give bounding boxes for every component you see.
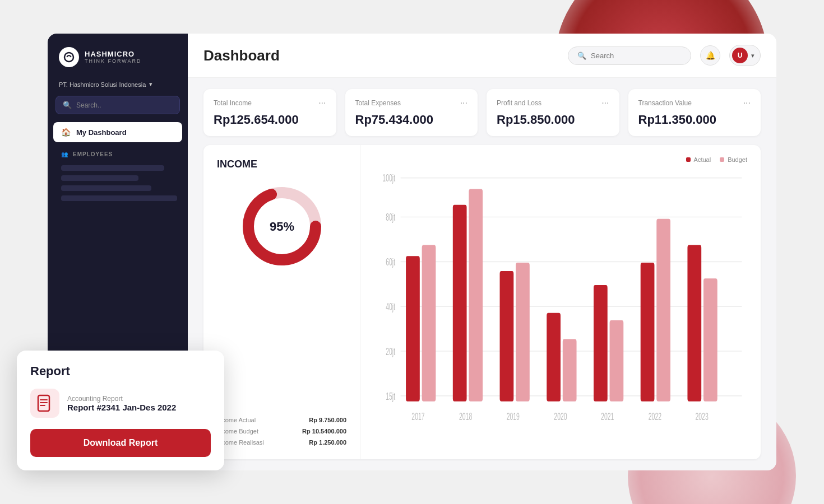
income-stat-budget: Income Budget Rp 10.5400.000	[217, 428, 346, 435]
section-label: EMPLOYEES	[73, 151, 113, 157]
stat-card-expenses: Total Expenses ··· Rp75.434.000	[345, 89, 478, 136]
income-stat-actual: Income Actual Rp 9.750.000	[217, 417, 346, 423]
svg-text:2022: 2022	[649, 411, 661, 422]
sidebar-search-bar[interactable]: 🔍	[55, 96, 180, 114]
income-value-realisasi: Rp 1.250.000	[309, 439, 346, 446]
stat-card-profit: Profit and Loss ··· Rp15.850.000	[487, 89, 619, 136]
logo-text-group: HASHMICRO THINK FORWARD	[85, 50, 142, 64]
income-stat-realisasi: Income Realisasi Rp 1.250.000	[217, 439, 346, 446]
sidebar-item-my-dashboard[interactable]: 🏠 My Dashboard	[53, 122, 182, 142]
svg-rect-29	[703, 278, 717, 402]
donut-chart-container: 95%	[217, 181, 346, 271]
svg-text:20jt: 20jt	[386, 346, 395, 357]
svg-text:95%: 95%	[269, 220, 294, 234]
chevron-down-icon: ▾	[149, 81, 152, 88]
nav-placeholder-1	[61, 165, 164, 171]
svg-text:2017: 2017	[411, 411, 424, 422]
stat-menu-income[interactable]: ···	[318, 98, 326, 108]
svg-text:2023: 2023	[695, 411, 708, 422]
page-title: Dashboard	[203, 47, 280, 64]
nav-placeholder-4	[61, 195, 177, 201]
company-name: PT. Hashmicro Solusi Indonesia	[59, 81, 146, 88]
sidebar-logo: HASHMICRO THINK FORWARD	[48, 34, 188, 76]
employees-icon: 👥	[61, 151, 68, 157]
income-title: INCOME	[217, 158, 346, 170]
report-info: Accounting Report Report #2341 Jan-Des 2…	[67, 395, 176, 412]
legend-dot-budget	[720, 157, 724, 162]
dashboard-icon: 🏠	[61, 128, 71, 137]
bar-chart-wrapper: 100jt 80jt 60jt 40jt 20jt 15jt	[374, 169, 747, 448]
svg-rect-26	[641, 263, 655, 402]
stat-card-income: Total Income ··· Rp125.654.000	[203, 89, 336, 136]
income-right: Actual Budget	[360, 145, 761, 459]
legend-budget: Budget	[720, 156, 747, 163]
header-right: 🔍 🔔 U ▾	[568, 45, 761, 66]
main-content: Dashboard 🔍 🔔 U ▾ Total Income	[188, 34, 776, 470]
stat-value-income: Rp125.654.000	[214, 113, 326, 127]
legend-label-budget: Budget	[728, 156, 747, 163]
report-name: Report #2341 Jan-Des 2022	[67, 403, 176, 412]
download-report-button[interactable]: Download Report	[30, 429, 211, 457]
search-icon: 🔍	[63, 101, 72, 109]
svg-text:2021: 2021	[601, 411, 614, 422]
svg-rect-25	[610, 320, 624, 402]
sidebar-search-input[interactable]	[76, 101, 173, 109]
svg-rect-24	[594, 285, 608, 402]
logo-icon	[59, 47, 79, 67]
svg-rect-17	[422, 245, 436, 401]
svg-rect-19	[469, 189, 483, 402]
stat-header-profit: Profit and Loss ···	[497, 98, 609, 108]
bell-icon: 🔔	[706, 51, 715, 60]
nav-placeholder-3	[61, 185, 151, 191]
svg-text:100jt: 100jt	[382, 172, 395, 184]
nav-placeholder-2	[61, 175, 138, 181]
income-left: INCOME 95% Income Actual Rp 9.750.000	[203, 145, 360, 459]
svg-rect-23	[563, 339, 577, 401]
stat-menu-profit[interactable]: ···	[601, 98, 609, 108]
nav-active-label: My Dashboard	[76, 128, 127, 137]
brand-name: HASHMICRO	[85, 50, 142, 59]
search-icon: 🔍	[577, 52, 586, 60]
nav-section-employees: 👥 EMPLOYEES	[53, 146, 182, 161]
user-menu-button[interactable]: U ▾	[729, 45, 761, 66]
bar-chart-svg: 100jt 80jt 60jt 40jt 20jt 15jt	[374, 169, 747, 448]
avatar: U	[732, 48, 748, 63]
svg-text:40jt: 40jt	[386, 301, 395, 312]
stat-value-transaction: Rp11.350.000	[638, 113, 751, 127]
legend-label-actual: Actual	[694, 156, 711, 163]
report-file-icon	[30, 389, 59, 418]
stat-value-profit: Rp15.850.000	[497, 113, 609, 127]
notification-button[interactable]: 🔔	[700, 45, 720, 66]
svg-text:2018: 2018	[459, 411, 472, 422]
stat-menu-transaction[interactable]: ···	[743, 98, 751, 108]
svg-point-0	[64, 53, 73, 62]
svg-rect-18	[453, 205, 467, 402]
header-search-bar[interactable]: 🔍	[568, 46, 691, 65]
svg-rect-16	[406, 256, 420, 401]
svg-rect-28	[687, 245, 701, 401]
svg-rect-20	[500, 271, 514, 402]
income-stats: Income Actual Rp 9.750.000 Income Budget…	[217, 417, 346, 446]
stat-label-expenses: Total Expenses	[355, 99, 401, 107]
legend-dot-actual	[686, 157, 691, 162]
svg-text:2020: 2020	[554, 411, 567, 422]
report-popup: Report Accounting Report Report #2341 Ja…	[17, 351, 224, 470]
svg-rect-27	[656, 219, 670, 402]
stat-header-expenses: Total Expenses ···	[355, 98, 468, 108]
header-search-input[interactable]	[591, 52, 682, 60]
income-section: INCOME 95% Income Actual Rp 9.750.000	[203, 145, 761, 459]
stat-menu-expenses[interactable]: ···	[460, 98, 467, 108]
stat-label-income: Total Income	[214, 99, 252, 107]
stat-header-income: Total Income ···	[214, 98, 326, 108]
legend-actual: Actual	[686, 156, 711, 163]
stat-label-transaction: Transaction Value	[638, 99, 692, 107]
chevron-down-icon: ▾	[751, 52, 754, 59]
income-value-actual: Rp 9.750.000	[309, 417, 346, 423]
stat-label-profit: Profit and Loss	[497, 99, 541, 107]
company-selector[interactable]: PT. Hashmicro Solusi Indonesia ▾	[48, 76, 188, 96]
stats-row: Total Income ··· Rp125.654.000 Total Exp…	[188, 78, 776, 145]
report-type: Accounting Report	[67, 395, 176, 403]
stat-header-transaction: Transaction Value ···	[638, 98, 751, 108]
income-value-budget: Rp 10.5400.000	[302, 428, 346, 435]
svg-text:15jt: 15jt	[386, 391, 395, 402]
